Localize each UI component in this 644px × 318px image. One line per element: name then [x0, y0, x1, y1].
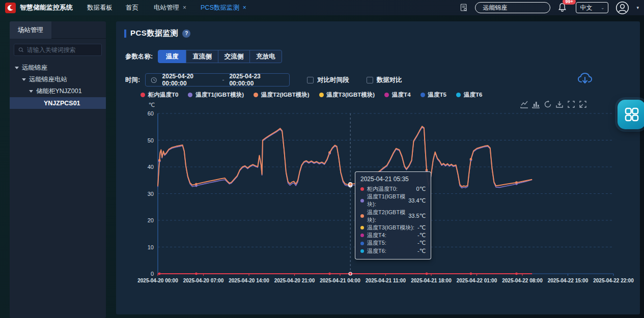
- tree-expand-caret-icon[interactable]: [15, 67, 19, 69]
- x-tick-label: 2025-04-20 07:00: [183, 278, 224, 283]
- nav-link-home[interactable]: 首页: [126, 4, 138, 12]
- param-button-温度[interactable]: 温度: [158, 50, 186, 63]
- tree-search-box[interactable]: [14, 44, 102, 56]
- user-menu-caret-icon[interactable]: ▾: [636, 5, 639, 10]
- marker-dot-t2: [328, 151, 331, 154]
- app-grid-button[interactable]: [618, 100, 644, 129]
- compare-period-checkbox[interactable]: 对比时间段: [307, 76, 349, 84]
- export-download-button[interactable]: [577, 71, 593, 88]
- tooltip-row: 温度T6:-℃: [360, 247, 426, 255]
- search-input[interactable]: [27, 46, 97, 53]
- station-search-input[interactable]: 远能锦座: [475, 2, 550, 13]
- series-line-t1: [158, 127, 532, 188]
- tooltip-series-name: 温度T5:: [367, 239, 386, 247]
- marker-dot-t0: [195, 273, 198, 275]
- y-tick-label: 60: [148, 110, 154, 117]
- tooltip-series-name: 温度T6:: [367, 247, 386, 255]
- station-tree: 远能锦座远能锦座电站储能柜YNJZ001YNJZPCS01: [10, 62, 106, 109]
- open-tabs: 电站管理 × PCS数据监测 ×: [154, 4, 246, 12]
- tooltip-row: 温度T5:-℃: [360, 239, 426, 247]
- series-dot-icon: [360, 214, 364, 218]
- y-tick-label: 50: [148, 137, 154, 143]
- y-tick-label: 0: [151, 271, 154, 277]
- tree-node-label: 储能柜YNJZ001: [36, 87, 82, 96]
- y-tick-label: 10: [148, 244, 154, 250]
- nav-link-dashboard[interactable]: 数据看板: [87, 4, 113, 12]
- tooltip-row: 温度T1(IGBT模块):33.4℃: [360, 193, 426, 208]
- tree-node-label: 远能锦座电站: [29, 75, 67, 84]
- avatar[interactable]: [615, 1, 629, 15]
- time-range-picker[interactable]: 2025-04-20 00:00:00 - 2025-04-23 00:00:0…: [145, 73, 290, 86]
- series-line-t2: [158, 126, 532, 187]
- title-accent-bar: [124, 30, 126, 38]
- marker-dot-t0: [158, 273, 161, 275]
- tooltip-series-value: -℃: [417, 232, 426, 239]
- tab-close-icon[interactable]: ×: [243, 4, 246, 11]
- time-label: 时间:: [125, 76, 140, 84]
- tree-node-远能锦座电站[interactable]: 远能锦座电站: [10, 74, 106, 85]
- tree-expand-caret-icon[interactable]: [29, 90, 33, 93]
- marker-dot-t0: [426, 273, 428, 275]
- marker-dot-t0: [328, 273, 331, 275]
- x-tick-label: 2025-04-20 00:00: [137, 278, 178, 283]
- sidebar-tab-station-management[interactable]: 场站管理: [10, 21, 51, 39]
- help-icon[interactable]: ?: [182, 30, 190, 38]
- tooltip-row: 温度T4:-℃: [360, 232, 426, 239]
- language-select[interactable]: 中文 ⌄: [576, 2, 608, 13]
- tooltip-row: 柜内温度T0:0℃: [360, 185, 426, 193]
- tree-node-label: 远能锦座: [22, 64, 47, 72]
- chevron-down-icon: ⌄: [601, 5, 605, 10]
- tree-node-YNJZPCS01[interactable]: YNJZPCS01: [10, 97, 106, 109]
- time-start-value[interactable]: 2025-04-20 00:00:00: [162, 73, 217, 87]
- tree-expand-caret-icon[interactable]: [22, 78, 26, 81]
- tab-close-icon[interactable]: ×: [183, 4, 186, 11]
- tab-pcs-monitor[interactable]: PCS数据监测 ×: [201, 4, 246, 12]
- checkbox-label: 数据对比: [377, 76, 402, 84]
- marker-dot-t2: [426, 169, 428, 171]
- tooltip-row: 温度T3(IGBT模块):-℃: [360, 224, 426, 232]
- checkbox-label: 对比时间段: [317, 76, 349, 84]
- tooltip-series-value: -℃: [417, 224, 426, 232]
- tooltip-series-value: 0℃: [416, 185, 426, 193]
- language-value: 中文: [580, 4, 592, 12]
- tooltip-series-value: -℃: [417, 247, 426, 255]
- app-logo: [5, 3, 16, 13]
- tab-station-manage[interactable]: 电站管理 ×: [154, 4, 186, 12]
- report-icon[interactable]: [460, 4, 468, 12]
- notifications-button[interactable]: 99+: [557, 2, 569, 13]
- param-button-group: 温度直流侧交流侧充放电: [158, 50, 282, 63]
- notification-count-badge: 99+: [563, 0, 575, 5]
- y-tick-label: 40: [148, 164, 154, 170]
- tree-node-储能柜YNJZ001[interactable]: 储能柜YNJZ001: [10, 85, 106, 97]
- tooltip-row: 温度T2(IGBT模块):33.5℃: [360, 209, 426, 224]
- tooltip-series-name: 温度T3(IGBT模块):: [367, 224, 414, 232]
- logo-swoosh-icon: [7, 4, 14, 12]
- x-tick-label: 2025-04-22 08:00: [502, 278, 543, 283]
- series-dot-icon: [360, 187, 364, 191]
- series-dot-icon: [360, 249, 364, 253]
- param-button-充放电[interactable]: 充放电: [249, 50, 282, 63]
- tooltip-series-name: 柜内温度T0:: [367, 185, 398, 193]
- series-dot-icon: [360, 199, 364, 203]
- tooltip-series-name: 温度T4:: [367, 232, 386, 239]
- param-button-直流侧[interactable]: 直流侧: [186, 50, 218, 63]
- tree-node-远能锦座[interactable]: 远能锦座: [10, 62, 106, 74]
- x-tick-label: 2025-04-20 14:00: [229, 278, 269, 283]
- x-tick-label: 2025-04-22 22:00: [593, 278, 634, 283]
- x-tick-label: 2025-04-22 01:00: [457, 278, 497, 283]
- clock-icon: [151, 77, 157, 83]
- param-button-交流侧[interactable]: 交流侧: [218, 50, 250, 63]
- time-end-value[interactable]: 2025-04-23 00:00:00: [229, 73, 284, 87]
- y-axis-unit: ℃: [149, 102, 155, 108]
- tooltip-series-value: 33.4℃: [408, 197, 426, 205]
- tree-node-label: YNJZPCS01: [44, 100, 80, 107]
- tooltip-series-value: -℃: [417, 239, 426, 247]
- marker-dot-t2: [515, 181, 518, 184]
- tooltip-series-name: 温度T1(IGBT模块):: [367, 193, 408, 208]
- tab-label: 电站管理: [154, 4, 179, 12]
- station-sidebar: 场站管理 远能锦座远能锦座电站储能柜YNJZ001YNJZPCS01: [10, 21, 106, 318]
- x-tick-label: 2025-04-21 04:00: [320, 278, 360, 283]
- checkbox-icon: [367, 77, 373, 83]
- data-compare-checkbox[interactable]: 数据对比: [367, 76, 402, 84]
- marker-dot-t0: [515, 273, 518, 275]
